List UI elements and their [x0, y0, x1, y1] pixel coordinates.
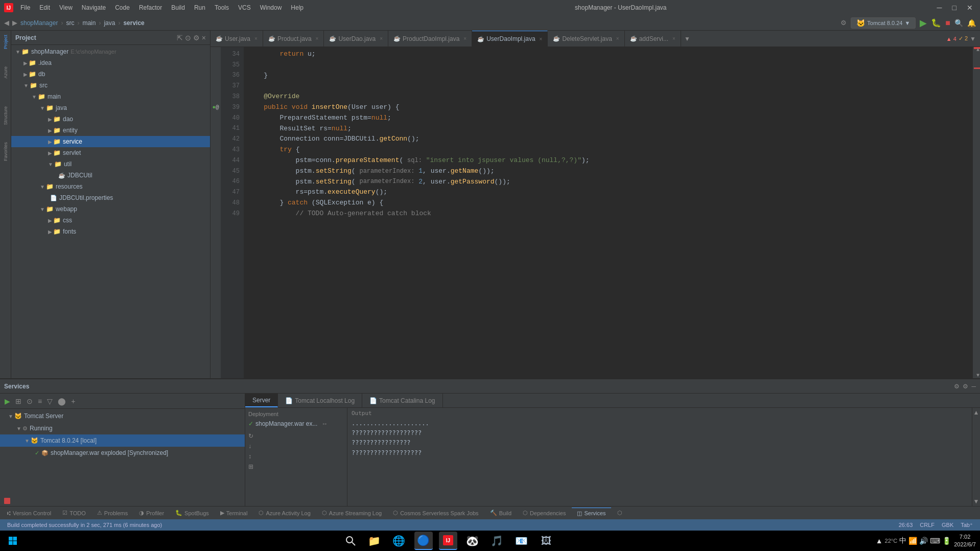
tab-user-java[interactable]: ☕ User.java × — [211, 31, 263, 47]
start-button[interactable] — [4, 532, 21, 549]
settings-icon[interactable]: ⚙ — [841, 19, 847, 27]
status-charset[interactable]: GBK — [939, 522, 956, 528]
tab-deleteservlet-close[interactable]: × — [616, 36, 619, 41]
sync-icon[interactable]: ↻ — [248, 432, 344, 440]
webapp-arrow[interactable]: ▼ — [40, 206, 45, 212]
tree-item-fonts[interactable]: ▶ 📁 fonts — [11, 226, 210, 237]
tree-item-webapp[interactable]: ▼ 📁 webapp — [11, 203, 210, 215]
tray-wifi-icon[interactable]: 📶 — [908, 537, 917, 545]
tab-addservi-java[interactable]: ☕ addServi... × — [625, 31, 681, 47]
tab-deleteservlet-java[interactable]: ☕ DeleteServlet.java × — [548, 31, 624, 47]
breadcrumb-java[interactable]: java — [104, 19, 115, 27]
idea-arrow[interactable]: ▶ — [24, 60, 28, 66]
tree-item-properties[interactable]: 📄 JDBCUtil.properties — [11, 192, 210, 203]
entity-arrow[interactable]: ▶ — [48, 128, 52, 133]
tab-userdaoimpl-java[interactable]: ☕ UserDaoImpl.java × — [472, 31, 548, 47]
servlet-arrow[interactable]: ▶ — [48, 150, 52, 156]
status-position[interactable]: 26:63 — [896, 522, 916, 528]
tree-item-css[interactable]: ▶ 📁 css — [11, 215, 210, 226]
refresh-icon[interactable]: ↕ — [248, 453, 344, 460]
taskbar-intellij-button[interactable]: IJ — [439, 532, 457, 550]
tab-overflow-button[interactable]: ▼ — [681, 35, 693, 42]
taskbar-mail-button[interactable]: 📧 — [512, 532, 531, 550]
tree-item-resources[interactable]: ▼ 📁 resources — [11, 181, 210, 192]
deploy-sync-icon[interactable]: ↔ — [321, 420, 328, 427]
expand-errors-icon[interactable]: ▼ — [970, 35, 976, 42]
minimize-button[interactable]: ─ — [934, 3, 945, 13]
tab-productdaoimpl-java[interactable]: ☕ ProductDaoImpl.java × — [388, 31, 472, 47]
svc-filter-icon[interactable]: ≡ — [36, 396, 43, 406]
sidebar-tab-favorites[interactable]: Favorites — [3, 140, 8, 163]
taskbar-music-button[interactable]: 🎵 — [488, 532, 506, 550]
tomcat-server-arrow[interactable]: ▼ — [8, 414, 13, 419]
tree-item-dao[interactable]: ▶ 📁 dao — [11, 113, 210, 125]
tab-product-java[interactable]: ☕ Product.java × — [263, 31, 324, 47]
css-arrow[interactable]: ▶ — [48, 218, 52, 223]
btab-cosmos[interactable]: ⬡ Cosmos Serverless Spark Jobs — [388, 508, 483, 519]
tab-productdaoimpl-close[interactable]: × — [463, 36, 466, 41]
src-arrow[interactable]: ▼ — [24, 83, 29, 88]
svc-collapse-icon[interactable]: ⊞ — [14, 396, 23, 406]
tree-item-java[interactable]: ▼ 📁 java — [11, 102, 210, 113]
svc-filter2-icon[interactable]: ▽ — [45, 396, 54, 406]
services-settings-icon[interactable]: ⚙ — [954, 383, 960, 390]
tree-item-util[interactable]: ▼ 📁 util — [11, 158, 210, 170]
scroll-to-icon[interactable]: ⊙ — [185, 34, 191, 42]
collapse-all-icon[interactable]: ⇱ — [177, 34, 183, 42]
btab-terminal[interactable]: ▶ Terminal — [215, 508, 253, 519]
btab-dependencies[interactable]: ⬡ Dependencies — [518, 508, 571, 519]
sidebar-tab-azure[interactable]: Azure — [3, 64, 8, 81]
dao-arrow[interactable]: ▶ — [48, 117, 52, 122]
search-everywhere-icon[interactable]: 🔍 — [954, 19, 963, 27]
tab-user-java-close[interactable]: × — [254, 36, 258, 41]
menu-vcs[interactable]: VCS — [234, 3, 255, 12]
status-indent[interactable]: Tab⁺ — [958, 522, 976, 529]
menu-file[interactable]: File — [16, 3, 34, 12]
svc-add-icon[interactable]: + — [69, 396, 77, 406]
tomcat-local-arrow[interactable]: ▼ — [25, 438, 30, 444]
breadcrumb-project[interactable]: shopManager — [20, 19, 58, 27]
btab-version-control[interactable]: ⑆ Version Control — [2, 508, 56, 519]
tree-root[interactable]: ▼ 📁 shopManager E:\c\shopManager — [11, 46, 210, 57]
breadcrumb-src[interactable]: src — [66, 19, 74, 27]
run-button[interactable]: ▶ — [920, 17, 927, 29]
breadcrumb-service[interactable]: service — [123, 19, 144, 27]
tray-lang-icon[interactable]: 中 — [899, 536, 906, 545]
tree-item-src[interactable]: ▼ 📁 src — [11, 80, 210, 91]
btab-problems[interactable]: ⚠ Problems — [92, 508, 133, 519]
tab-product-java-close[interactable]: × — [316, 36, 319, 41]
forward-icon[interactable]: ▶ — [12, 19, 17, 27]
run-config-dropdown[interactable]: 🐱 Tomcat 8.0.24 ▼ — [851, 17, 916, 29]
btab-profiler[interactable]: ◑ Profiler — [134, 508, 169, 519]
code-editor[interactable]: ● @ 34 35 36 37 38 39 — [211, 47, 980, 378]
menu-view[interactable]: View — [55, 3, 77, 12]
scroll-up-icon[interactable]: ▲ — [976, 47, 979, 53]
svc-tab-localhost-log[interactable]: 📄 Tomcat Localhost Log — [278, 394, 362, 407]
sidebar-tab-project[interactable]: Project — [3, 33, 8, 51]
services-minimize-icon[interactable]: ─ — [971, 383, 976, 390]
menu-tools[interactable]: Tools — [211, 3, 233, 12]
btab-azure-activity[interactable]: ⬡ Azure Activity Log — [253, 508, 315, 519]
taskbar-chrome-button[interactable]: 🔵 — [414, 532, 433, 550]
db-arrow[interactable]: ▶ — [24, 72, 28, 77]
output-scroll-up[interactable]: ▲ — [973, 409, 979, 416]
open-browser-icon[interactable]: ⊞ — [248, 463, 344, 470]
stop-server-icon[interactable] — [4, 498, 10, 504]
menu-help[interactable]: Help — [287, 3, 308, 12]
menu-navigate[interactable]: Navigate — [78, 3, 110, 12]
btab-spotbugs[interactable]: 🐛 SpotBugs — [170, 508, 214, 519]
tree-item-entity[interactable]: ▶ 📁 entity — [11, 125, 210, 136]
code-content[interactable]: return u; } @Override public void insert… — [244, 47, 973, 378]
tab-userdao-java-close[interactable]: × — [380, 36, 383, 41]
svc-tab-catalina-log[interactable]: 📄 Tomcat Catalina Log — [362, 394, 442, 407]
tree-item-service[interactable]: ▶ 📁 service — [11, 136, 210, 147]
btab-azure-streaming[interactable]: ⬡ Azure Streaming Log — [317, 508, 387, 519]
settings-panel-icon[interactable]: ⚙ — [193, 34, 200, 42]
menu-window[interactable]: Window — [256, 3, 286, 12]
close-button[interactable]: ✕ — [964, 3, 976, 13]
tree-item-idea[interactable]: ▶ 📁 .idea — [11, 57, 210, 68]
tab-userdaoimpl-close[interactable]: × — [540, 36, 543, 42]
svc-item-tomcat-server[interactable]: ▼ 🐱 Tomcat Server — [0, 410, 245, 422]
svc-tab-server[interactable]: Server — [245, 394, 278, 407]
tree-item-main[interactable]: ▼ 📁 main — [11, 91, 210, 102]
